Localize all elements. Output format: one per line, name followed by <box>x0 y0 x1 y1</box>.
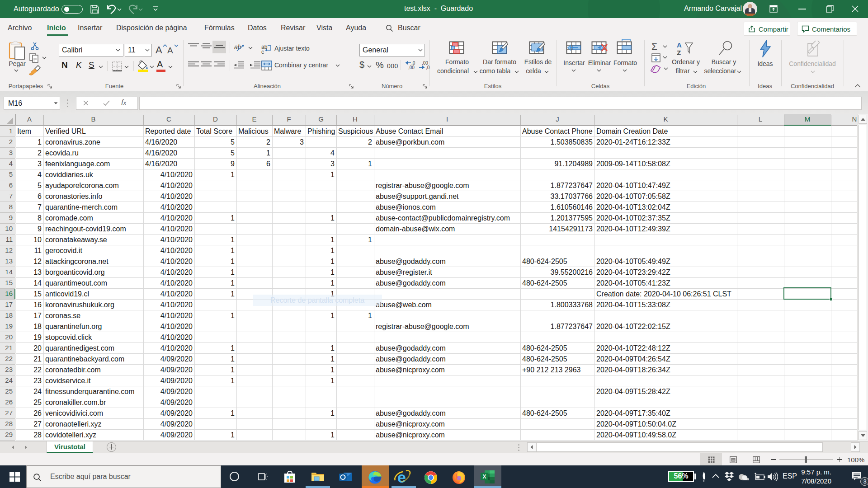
svg-text:,00: ,00 <box>408 65 415 70</box>
svg-text:A: A <box>677 41 682 49</box>
svg-text:ab: ab <box>234 43 241 51</box>
svg-text:Z: Z <box>677 49 681 56</box>
svg-text:X: X <box>482 474 486 480</box>
svg-text:c: c <box>261 49 264 54</box>
